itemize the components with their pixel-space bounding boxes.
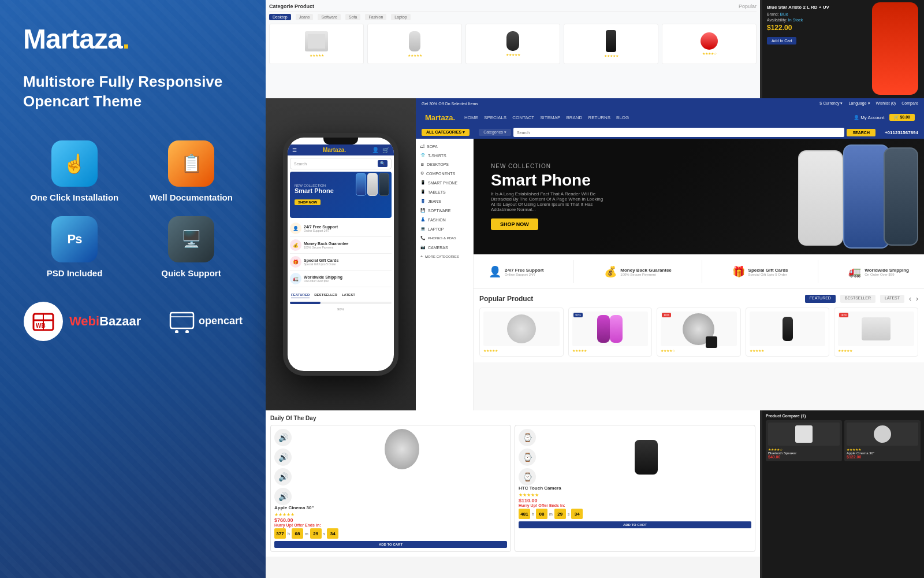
all-categories-btn[interactable]: ALL CATEGORIES ▾: [422, 129, 470, 136]
sidebar-smartphone[interactable]: 📱 SMART PHONE: [416, 178, 473, 187]
logo-area: Martaza.: [23, 23, 243, 55]
sidebar-jeans[interactable]: 👖 JEANS: [416, 197, 473, 206]
bottom-logos: WB WebiBazaar opencart: [23, 301, 243, 342]
nav-brand[interactable]: BRAND: [566, 115, 582, 120]
daily-deals-title: Daily Of The Day: [270, 415, 755, 421]
feature-support: 🖥️ Quick Support: [140, 216, 243, 278]
phone-banner: NEW COLLECTION Smart Phone SHOP NOW: [290, 172, 392, 218]
desktop-main: NEW COLLECTION Smart Phone It Is A Long …: [474, 139, 924, 410]
category-screenshot: Categorie Product Popular Desktop Jeans …: [266, 0, 760, 98]
deal-2-cta[interactable]: ADD TO CART: [519, 521, 751, 528]
support-label: Quick Support: [161, 268, 221, 278]
sidebar-desktops[interactable]: 🖥 DESKTOPS: [416, 160, 473, 169]
phone-product-tabs: FEATURED BESTSELLER LATEST: [288, 290, 394, 299]
tab-software[interactable]: Software: [318, 14, 341, 20]
sidebar-more[interactable]: + MORE CATEGORIES: [416, 252, 473, 261]
phone-logo: Martaza.: [323, 147, 346, 153]
popular-title: Popular Product: [479, 295, 533, 303]
phone-mockup: ☰ Martaza. 👤 🛒 Search 🔍: [283, 133, 398, 376]
webi-box-icon: WB: [23, 301, 64, 342]
desktop-search-input[interactable]: [513, 128, 844, 137]
opencart-logo: opencart: [167, 310, 243, 333]
popular-tabs: FEATURED BESTSELLER LATEST ‹ ›: [805, 295, 918, 303]
webi-logo: WB WebiBazaar: [23, 301, 141, 342]
popular-tab-latest[interactable]: LATEST: [880, 295, 904, 303]
nav-contact[interactable]: CONTACT: [512, 115, 534, 120]
tab-laptop[interactable]: Laptop: [391, 14, 410, 20]
announcement-bar: Get 30% Off On Selected Items $ Currency…: [416, 98, 924, 109]
categories-dropdown[interactable]: Categories ▾: [479, 129, 511, 136]
feature-one-click: ☝️ One Click Installation: [23, 140, 126, 202]
hero-banner: NEW COLLECTION Smart Phone It Is A Long …: [474, 139, 924, 254]
phone-tab-featured[interactable]: FEATURED: [291, 293, 310, 298]
product-item: ★★★★★: [465, 24, 560, 64]
sidebar-fashion[interactable]: 👗 FASHION: [416, 215, 473, 224]
popular-next-btn[interactable]: ›: [916, 295, 918, 303]
product-card-4: ★★★★★: [746, 307, 830, 357]
nav-sitemap[interactable]: SITEMAP: [540, 115, 560, 120]
sidebar-phones[interactable]: 📞 PHONES & PDAS: [416, 234, 473, 243]
support-icon: 🖥️: [168, 216, 214, 262]
nav-items: HOME SPECIALS CONTACT SITEMAP BRAND RETU…: [464, 115, 844, 120]
desktop-search-btn[interactable]: SEARCH: [847, 129, 875, 136]
tab-jeans[interactable]: Jeans: [296, 14, 314, 20]
product-item: ★★★★☆: [662, 24, 757, 64]
phone-search-bar[interactable]: Search 🔍: [290, 158, 392, 169]
support-service-icon: 👤: [489, 265, 501, 278]
product-listing-screenshot: Product Compare (1) ★★★★☆ Bluetooth Spea…: [762, 410, 924, 578]
category-tabs: Desktop Jeans Software Sofa Fashion Lapt…: [269, 14, 757, 20]
features-grid: ☝️ One Click Installation 📋 Well Documen…: [23, 140, 243, 278]
hero-cta-button[interactable]: SHOP NOW: [491, 218, 538, 230]
product-card-5: 40% ★★★★★: [834, 307, 918, 357]
categories-bar: ALL CATEGORIES ▾ Categories ▾ SEARCH +01…: [416, 126, 924, 139]
service-shipping: 🚛 Worldwide Shipping On Order Over $99: [848, 265, 909, 278]
hero-phones-image: [751, 139, 924, 254]
phone-section: ☰ Martaza. 👤 🛒 Search 🔍: [266, 98, 416, 410]
phone-notch: [323, 138, 358, 144]
nav-returns[interactable]: RETURNS: [588, 115, 610, 120]
sidebar-sofa[interactable]: 🛋 SOFA: [416, 142, 473, 151]
nav-blog[interactable]: BLOG: [616, 115, 629, 120]
phone-tab-bestseller[interactable]: BESTSELLER: [314, 293, 337, 298]
feature-documentation: 📋 Well Documentation: [140, 140, 243, 202]
popular-prev-btn[interactable]: ‹: [909, 295, 911, 303]
tab-desktop[interactable]: Desktop: [269, 14, 291, 20]
documentation-label: Well Documentation: [150, 192, 233, 202]
deal-card-2: ⌚ ⌚ ⌚ HTC Touch Camera ★★★★★: [515, 425, 755, 552]
scroll-pct: 90%: [288, 306, 394, 312]
popular-tab-bestseller[interactable]: BESTSELLER: [840, 295, 875, 303]
sidebar-components[interactable]: ⚙ COMPONENTS: [416, 169, 473, 178]
sidebar-tablets[interactable]: 📱 TABLETS: [416, 187, 473, 197]
hero-text: NEW COLLECTION Smart Phone It Is A Long …: [491, 163, 606, 231]
nav-specials[interactable]: SPECIALS: [484, 115, 506, 120]
sidebar-software[interactable]: 💾 SOFTWARE: [416, 206, 473, 215]
tagline: Multistore Fully Responsive Opencart The…: [23, 72, 243, 112]
money-icon: 💰: [290, 239, 301, 251]
webi-name: WebiBazaar: [69, 314, 141, 329]
psd-label: PSD Included: [47, 268, 103, 278]
sidebar-cameras[interactable]: 📷 CAMERAS: [416, 243, 473, 252]
add-to-cart-button[interactable]: Add to Cart: [767, 37, 796, 45]
deal-1-cta[interactable]: ADD TO CART: [274, 541, 507, 548]
phone-shop-now-btn[interactable]: SHOP NOW: [295, 199, 321, 205]
sidebar-tshirts[interactable]: 👕 T-SHIRTS: [416, 151, 473, 160]
product-phone-image: [872, 2, 918, 95]
money-service-icon: 💰: [604, 265, 617, 278]
product-item: ★★★★★: [367, 24, 462, 64]
tab-fashion[interactable]: Fashion: [365, 14, 386, 20]
popular-tab-featured[interactable]: FEATURED: [805, 295, 836, 303]
nav-home[interactable]: HOME: [464, 115, 478, 120]
tab-sofa[interactable]: Sofa: [345, 14, 360, 20]
deals-grid: 🔊 🔊 🔊 🔊 Apple Cinema 30" ★★★★★: [270, 425, 755, 552]
phone-tab-latest[interactable]: LATEST: [342, 293, 355, 298]
sidebar-laptop[interactable]: 💻 LAPTOP: [416, 224, 473, 234]
cart-button[interactable]: 🛒 $0.00: [889, 114, 915, 121]
product-item: ★★★★★: [269, 24, 364, 64]
middle-section: ☰ Martaza. 👤 🛒 Search 🔍: [266, 98, 924, 410]
phone-feature-gift: 🎁 Special Gift Cards Special Gift Upto 5…: [290, 254, 392, 271]
phone-number: +01123156789​4: [885, 130, 918, 135]
phone-feature-money: 💰 Money Back Guarantee 100% Secure Payme…: [290, 237, 392, 254]
shipping-service-icon: 🚛: [848, 265, 861, 278]
feature-psd: Ps PSD Included: [23, 216, 126, 278]
documentation-icon: 📋: [168, 140, 214, 187]
